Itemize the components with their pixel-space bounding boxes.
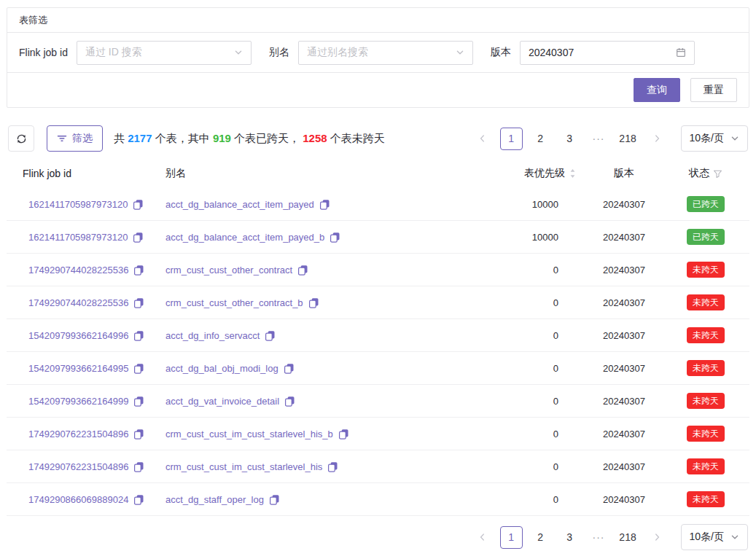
- row-alias-cell: crm_cust_cust_other_contract_b: [165, 297, 478, 308]
- row-priority-cell: 0: [490, 494, 576, 505]
- alias-link[interactable]: crm_cust_cust_other_contract: [165, 265, 292, 275]
- page-size-select[interactable]: 10条/页: [681, 125, 748, 152]
- copy-icon[interactable]: [338, 429, 349, 439]
- funnel-filter-icon[interactable]: [713, 169, 722, 179]
- reset-button[interactable]: 重置: [690, 78, 737, 102]
- filter-button-label: 筛选: [72, 132, 93, 145]
- page-2-button[interactable]: 2: [529, 128, 552, 150]
- query-button[interactable]: 查询: [634, 78, 680, 102]
- alias-link[interactable]: crm_cust_cust_other_contract_b: [165, 297, 303, 308]
- version-value: 20240307: [603, 461, 645, 472]
- page-2-button[interactable]: 2: [529, 526, 552, 549]
- copy-icon[interactable]: [133, 461, 144, 472]
- job-id-select[interactable]: 通过 ID 搜索: [77, 41, 252, 65]
- prev-page-button[interactable]: [471, 128, 494, 150]
- copy-icon[interactable]: [133, 199, 144, 210]
- page-last-button[interactable]: 218: [617, 128, 639, 150]
- prev-page-button[interactable]: [471, 526, 494, 549]
- alias-link[interactable]: crm_cust_cust_im_cust_starlevel_his_b: [165, 429, 333, 439]
- alias-link[interactable]: crm_cust_cust_im_cust_starlevel_his: [165, 461, 322, 472]
- alias-placeholder: 通过别名搜索: [307, 46, 456, 59]
- table-header-row: Flink job id 别名 表优先级 版本 状态: [7, 159, 749, 188]
- row-priority-cell: 0: [490, 396, 576, 407]
- alias-select[interactable]: 通过别名搜索: [298, 41, 473, 65]
- alias-link[interactable]: acct_dg_bal_obj_modi_log: [165, 363, 278, 374]
- job-id-label: Flink job id: [19, 47, 68, 58]
- copy-icon[interactable]: [284, 396, 295, 407]
- alias-link[interactable]: acct_dg_staff_oper_log: [165, 494, 264, 505]
- priority-value: 0: [553, 461, 558, 472]
- alias-link[interactable]: acct_dg_balance_acct_item_payed: [165, 199, 314, 210]
- header-status[interactable]: 状态: [672, 167, 739, 180]
- copy-icon[interactable]: [133, 494, 144, 505]
- status-badge: 已跨天: [687, 196, 725, 212]
- flink-job-id-link[interactable]: 1749290866069889024: [28, 494, 128, 505]
- status-badge: 未跨天: [687, 262, 725, 278]
- copy-icon[interactable]: [327, 461, 338, 472]
- page-size-select[interactable]: 10条/页: [681, 524, 748, 550]
- header-status-label: 状态: [689, 167, 709, 180]
- page-ellipsis: ···: [588, 128, 610, 150]
- alias-link[interactable]: acct_dg_balance_acct_item_payed_b: [165, 232, 324, 243]
- page-1-button[interactable]: 1: [500, 128, 523, 150]
- status-badge: 未跨天: [687, 491, 725, 507]
- copy-icon[interactable]: [330, 232, 340, 243]
- sort-icon[interactable]: [569, 168, 576, 179]
- table-row: 1749290866069889024 acct_dg_staff_oper_l…: [7, 483, 749, 516]
- copy-icon[interactable]: [133, 232, 144, 243]
- copy-icon[interactable]: [133, 297, 144, 308]
- row-id-cell: 1621411705987973120: [17, 199, 154, 210]
- row-status-cell: 已跨天: [672, 229, 739, 245]
- flink-job-id-link[interactable]: 1749290744028225536: [28, 297, 128, 308]
- filter-card-title: 表筛选: [19, 14, 47, 27]
- flink-job-id-link[interactable]: 1621411705987973120: [28, 199, 128, 210]
- header-priority[interactable]: 表优先级: [490, 167, 576, 180]
- copy-icon[interactable]: [133, 363, 144, 374]
- row-priority-cell: 0: [490, 330, 576, 341]
- copy-icon[interactable]: [284, 363, 295, 374]
- version-value: 20240307: [603, 494, 645, 505]
- status-badge: 已跨天: [687, 229, 725, 245]
- copy-icon[interactable]: [269, 494, 280, 505]
- copy-icon[interactable]: [133, 330, 144, 341]
- version-date-input[interactable]: 20240307: [520, 41, 695, 65]
- copy-icon[interactable]: [133, 396, 144, 407]
- page-last-button[interactable]: 218: [617, 526, 639, 549]
- row-alias-cell: acct_dg_info_servacct: [165, 330, 478, 341]
- copy-icon[interactable]: [308, 297, 319, 308]
- priority-value: 0: [553, 396, 558, 407]
- priority-value: 0: [553, 494, 558, 505]
- status-badge: 未跨天: [687, 360, 725, 376]
- filter-button[interactable]: 筛选: [47, 125, 103, 152]
- page-3-button[interactable]: 3: [558, 526, 581, 549]
- copy-icon[interactable]: [265, 330, 276, 341]
- header-priority-label: 表优先级: [524, 167, 565, 180]
- copy-icon[interactable]: [133, 429, 144, 439]
- copy-icon[interactable]: [133, 265, 144, 275]
- flink-job-id-link[interactable]: 1542097993662164996: [28, 330, 128, 341]
- refresh-button[interactable]: [8, 125, 34, 152]
- copy-icon[interactable]: [319, 199, 330, 210]
- flink-job-id-link[interactable]: 1621411705987973120: [28, 232, 128, 243]
- copy-icon[interactable]: [297, 265, 308, 275]
- next-page-button[interactable]: [646, 128, 669, 150]
- flink-job-id-link[interactable]: 1749290744028225536: [28, 265, 128, 275]
- next-page-button[interactable]: [646, 526, 669, 549]
- status-badge: 未跨天: [687, 426, 725, 442]
- page-3-button[interactable]: 3: [558, 128, 581, 150]
- status-badge: 未跨天: [687, 393, 725, 409]
- alias-link[interactable]: acct_dg_info_servacct: [165, 330, 260, 341]
- summary-uncrossed-count: 1258: [303, 132, 327, 144]
- flink-job-id-link[interactable]: 1542097993662164995: [28, 363, 128, 374]
- flink-job-id-link[interactable]: 1749290762231504896: [28, 429, 128, 439]
- flink-job-id-link[interactable]: 1542097993662164999: [28, 396, 128, 407]
- filter-card: 表筛选 Flink job id 通过 ID 搜索 别名 通过别名搜索 版本 2…: [7, 7, 749, 108]
- table-row: 1542097993662164999 acct_dg_vat_invoice_…: [7, 385, 749, 418]
- table-row: 1542097993662164996 acct_dg_info_servacc…: [7, 319, 749, 352]
- page-1-button[interactable]: 1: [500, 526, 523, 549]
- row-version-cell: 20240307: [588, 461, 660, 472]
- table-row: 1749290744028225536 crm_cust_cust_other_…: [7, 286, 749, 319]
- alias-link[interactable]: acct_dg_vat_invoice_detail: [165, 396, 279, 407]
- row-id-cell: 1542097993662164995: [17, 363, 154, 374]
- flink-job-id-link[interactable]: 1749290762231504896: [28, 461, 128, 472]
